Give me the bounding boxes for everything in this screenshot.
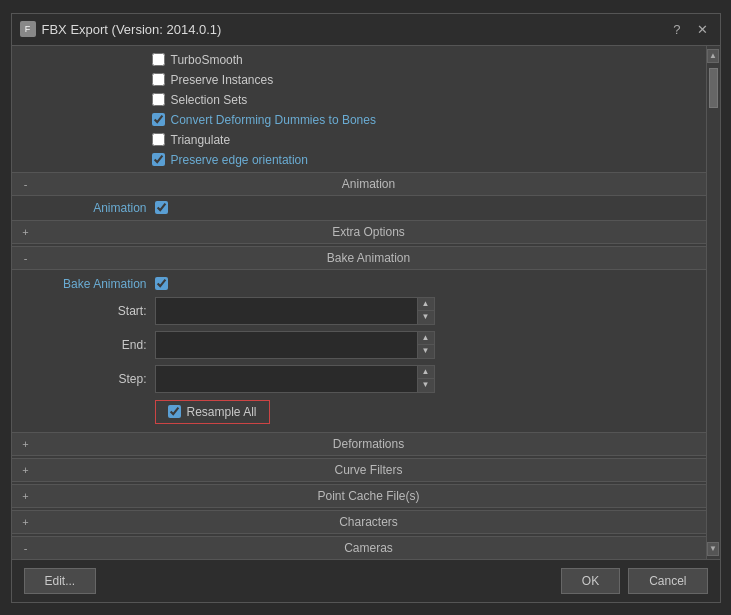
- cameras-section-title: Cameras: [40, 541, 698, 555]
- animation-row: Animation: [12, 198, 706, 218]
- bake-animation-checkbox[interactable]: [155, 277, 168, 290]
- convert-deforming-row: Convert Deforming Dummies to Bones: [12, 110, 706, 130]
- characters-toggle[interactable]: +: [20, 516, 32, 528]
- deformations-section-header[interactable]: + Deformations: [12, 432, 706, 456]
- animation-toggle[interactable]: -: [20, 178, 32, 190]
- point-cache-toggle[interactable]: +: [20, 490, 32, 502]
- curve-filters-toggle[interactable]: +: [20, 464, 32, 476]
- preserve-edge-label: Preserve edge orientation: [171, 153, 308, 167]
- title-bar: F FBX Export (Version: 2014.0.1) ? ✕: [12, 14, 720, 46]
- step-increment[interactable]: ▲: [418, 366, 434, 379]
- turbos-mooth-checkbox[interactable]: [152, 53, 165, 66]
- extra-options-section-header[interactable]: + Extra Options: [12, 220, 706, 244]
- end-spinner-btns: ▲ ▼: [417, 331, 435, 359]
- end-spinner: 100 ▲ ▼: [155, 331, 435, 359]
- preserve-edge-checkbox[interactable]: [152, 153, 165, 166]
- step-row: Step: 1 ▲ ▼: [12, 362, 706, 396]
- end-label: End:: [20, 338, 155, 352]
- start-label: Start:: [20, 304, 155, 318]
- start-spinner-btns: ▲ ▼: [417, 297, 435, 325]
- extra-options-toggle[interactable]: +: [20, 226, 32, 238]
- preserve-instances-checkbox[interactable]: [152, 73, 165, 86]
- end-decrement[interactable]: ▼: [418, 345, 434, 358]
- cancel-button[interactable]: Cancel: [628, 568, 707, 594]
- animation-section-header[interactable]: - Animation: [12, 172, 706, 196]
- end-increment[interactable]: ▲: [418, 332, 434, 345]
- preserve-instances-row: Preserve Instances: [12, 70, 706, 90]
- start-input[interactable]: 0: [155, 297, 417, 325]
- ok-button[interactable]: OK: [561, 568, 620, 594]
- resample-box: Resample All: [155, 400, 270, 424]
- cameras-section-header[interactable]: - Cameras: [12, 536, 706, 559]
- triangulate-label: Triangulate: [171, 133, 231, 147]
- step-label: Step:: [20, 372, 155, 386]
- bake-animation-toggle[interactable]: -: [20, 252, 32, 264]
- animation-section-title: Animation: [40, 177, 698, 191]
- characters-section-header[interactable]: + Characters: [12, 510, 706, 534]
- end-row: End: 100 ▲ ▼: [12, 328, 706, 362]
- turbos-mooth-label: TurboSmooth: [171, 53, 243, 67]
- step-spinner-btns: ▲ ▼: [417, 365, 435, 393]
- footer: Edit... OK Cancel: [12, 559, 720, 602]
- start-row: Start: 0 ▲ ▼: [12, 294, 706, 328]
- step-decrement[interactable]: ▼: [418, 379, 434, 392]
- convert-deforming-label: Convert Deforming Dummies to Bones: [171, 113, 376, 127]
- point-cache-section-header[interactable]: + Point Cache File(s): [12, 484, 706, 508]
- extra-options-section-title: Extra Options: [40, 225, 698, 239]
- scroll-up-button[interactable]: ▲: [707, 49, 719, 63]
- edit-button[interactable]: Edit...: [24, 568, 97, 594]
- selection-sets-checkbox[interactable]: [152, 93, 165, 106]
- point-cache-section-title: Point Cache File(s): [40, 489, 698, 503]
- preserve-edge-row: Preserve edge orientation: [12, 150, 706, 170]
- dialog-title: FBX Export (Version: 2014.0.1): [42, 22, 222, 37]
- close-button[interactable]: ✕: [693, 20, 712, 39]
- step-spinner: 1 ▲ ▼: [155, 365, 435, 393]
- resample-label: Resample All: [187, 405, 257, 419]
- end-input[interactable]: 100: [155, 331, 417, 359]
- bake-animation-section-header[interactable]: - Bake Animation: [12, 246, 706, 270]
- start-decrement[interactable]: ▼: [418, 311, 434, 324]
- turbos-mooth-row: TurboSmooth: [12, 50, 706, 70]
- bake-animation-content: Bake Animation Start: 0 ▲ ▼: [12, 272, 706, 430]
- deformations-section-title: Deformations: [40, 437, 698, 451]
- content-area: TurboSmooth Preserve Instances Selection…: [12, 46, 720, 559]
- selection-sets-label: Selection Sets: [171, 93, 248, 107]
- triangulate-checkbox[interactable]: [152, 133, 165, 146]
- step-input[interactable]: 1: [155, 365, 417, 393]
- preserve-instances-label: Preserve Instances: [171, 73, 274, 87]
- selection-sets-row: Selection Sets: [12, 90, 706, 110]
- characters-section-title: Characters: [40, 515, 698, 529]
- animation-checkbox[interactable]: [155, 201, 168, 214]
- title-bar-left: F FBX Export (Version: 2014.0.1): [20, 21, 222, 37]
- bake-animation-section-title: Bake Animation: [40, 251, 698, 265]
- animation-label: Animation: [20, 201, 155, 215]
- resample-checkbox[interactable]: [168, 405, 181, 418]
- title-bar-right: ? ✕: [669, 20, 711, 39]
- start-increment[interactable]: ▲: [418, 298, 434, 311]
- start-spinner: 0 ▲ ▼: [155, 297, 435, 325]
- curve-filters-section-header[interactable]: + Curve Filters: [12, 458, 706, 482]
- scroll-down-button[interactable]: ▼: [707, 542, 719, 556]
- deformations-toggle[interactable]: +: [20, 438, 32, 450]
- dialog-icon: F: [20, 21, 36, 37]
- help-button[interactable]: ?: [669, 20, 684, 39]
- fbx-export-dialog: F FBX Export (Version: 2014.0.1) ? ✕ Tur…: [11, 13, 721, 603]
- convert-deforming-checkbox[interactable]: [152, 113, 165, 126]
- scrollbar-track[interactable]: ▲ ▼: [706, 46, 720, 559]
- bake-animation-label: Bake Animation: [20, 277, 155, 291]
- curve-filters-section-title: Curve Filters: [40, 463, 698, 477]
- cameras-toggle[interactable]: -: [20, 542, 32, 554]
- triangulate-row: Triangulate: [12, 130, 706, 150]
- scrollbar-thumb[interactable]: [709, 68, 718, 108]
- footer-right-buttons: OK Cancel: [561, 568, 708, 594]
- bake-animation-row: Bake Animation: [12, 274, 706, 294]
- scroll-content[interactable]: TurboSmooth Preserve Instances Selection…: [12, 46, 706, 559]
